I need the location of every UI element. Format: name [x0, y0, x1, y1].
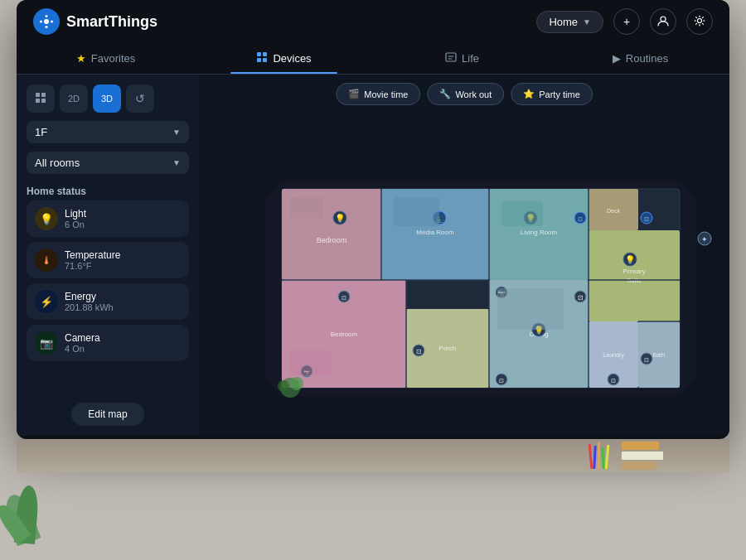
light-status-text: Light 6 On [65, 208, 86, 229]
floor-value: 1F [35, 126, 47, 138]
temp-label: Temperature [65, 249, 120, 261]
energy-value: 201.88 kWh [65, 302, 114, 312]
settings-button[interactable] [686, 8, 713, 35]
sidebar: 2D 3D ↺ 1F ▼ All rooms ▼ [17, 75, 199, 436]
workout-label: Work out [455, 89, 492, 99]
svg-rect-8 [257, 52, 261, 56]
svg-rect-15 [36, 99, 40, 103]
device-pin-gray-6: ⊡ [496, 374, 507, 385]
home-status-section: Home status 💡 Light 6 On 🌡 [27, 182, 189, 361]
svg-point-4 [40, 21, 42, 23]
view-controls: 2D 3D ↺ [27, 84, 189, 113]
add-button[interactable]: + [613, 8, 640, 35]
svg-rect-12 [446, 53, 456, 61]
svg-text:Living Room: Living Room [521, 229, 558, 236]
light-status-icon: 💡 [35, 207, 58, 230]
home-status-title: Home status [27, 182, 189, 200]
floor-selector[interactable]: 1F ▼ [27, 121, 189, 143]
top-bar: SmartThings Home ▼ + [17, 0, 729, 43]
device-pin-4: 💡 [623, 253, 637, 266]
app-name: SmartThings [66, 13, 157, 31]
pencil-5 [605, 445, 610, 469]
svg-point-6 [661, 17, 666, 22]
svg-text:Deck: Deck [607, 208, 620, 214]
svg-point-1 [44, 19, 49, 24]
view-2d-button[interactable]: 2D [60, 84, 88, 113]
grid-view-button[interactable] [27, 84, 55, 113]
svg-text:⊡: ⊡ [578, 294, 584, 302]
add-icon: + [623, 15, 630, 28]
edit-map-button[interactable]: Edit map [71, 403, 143, 426]
view-3d-button[interactable]: 3D [93, 84, 121, 113]
status-items: 💡 Light 6 On 🌡 Temperature 71.6°F [27, 200, 189, 361]
camera-status-text: Camera 4 On [65, 332, 100, 354]
temp-status-text: Temperature 71.6°F [65, 249, 120, 271]
tab-life[interactable]: Life [373, 43, 551, 74]
history-icon: ↺ [135, 92, 145, 105]
tv-frame: SmartThings Home ▼ + [17, 0, 729, 439]
routines-label: Routines [626, 52, 668, 65]
floor-dropdown-icon: ▼ [172, 128, 181, 137]
device-pin-blue-3: ⊡ [641, 212, 652, 224]
status-item-light[interactable]: 💡 Light 6 On [27, 200, 189, 237]
history-button[interactable]: ↺ [126, 84, 154, 113]
svg-text:Bedroom: Bedroom [317, 236, 347, 244]
tab-favorites[interactable]: ★ Favorites [17, 43, 195, 74]
svg-text:⊡: ⊡ [416, 348, 422, 355]
temp-status-icon: 🌡 [35, 249, 58, 272]
svg-point-7 [698, 18, 702, 22]
home-selector[interactable]: Home ▼ [536, 11, 603, 33]
svg-text:Laundry: Laundry [603, 352, 624, 359]
svg-point-87 [290, 377, 303, 390]
favorites-label: Favorites [91, 52, 135, 65]
room-dropdown-icon: ▼ [172, 158, 181, 167]
svg-text:Primary: Primary [622, 268, 646, 275]
svg-text:⊡: ⊡ [342, 295, 346, 301]
svg-point-5 [51, 21, 53, 23]
room-selector[interactable]: All rooms ▼ [27, 152, 189, 174]
camera-label: Camera [65, 332, 100, 344]
status-item-temperature[interactable]: 🌡 Temperature 71.6°F [27, 242, 189, 278]
scene-party-button[interactable]: ⭐ Party time [511, 83, 593, 105]
device-pin-gray-4: ⊡ [641, 353, 652, 364]
svg-rect-16 [41, 99, 46, 103]
home-label: Home [549, 16, 578, 28]
device-pin-gray-3: ⊡ [413, 345, 424, 356]
svg-rect-11 [263, 58, 267, 62]
pencil-2 [593, 446, 596, 469]
camera-value: 4 On [65, 344, 100, 354]
device-pin-gray-5: ⊡ [608, 374, 619, 385]
status-item-energy[interactable]: ⚡ Energy 201.88 kWh [27, 283, 189, 320]
floor-plan-svg: Bedroom Media Room Living Room Deck [199, 75, 729, 436]
workout-icon: 🔧 [439, 89, 451, 99]
life-icon [445, 51, 457, 65]
party-icon: ⭐ [523, 89, 535, 99]
tab-devices[interactable]: Devices [195, 43, 373, 74]
svg-rect-84 [497, 288, 564, 330]
book-1 [622, 442, 659, 450]
book-stack [622, 442, 663, 470]
tv-shelf [17, 439, 729, 472]
logo-area: SmartThings [33, 8, 157, 35]
temp-value: 71.6°F [65, 261, 120, 271]
home-dropdown-icon: ▼ [583, 17, 591, 27]
svg-text:⊡: ⊡ [611, 378, 616, 384]
svg-text:⊡: ⊡ [578, 216, 583, 222]
floor-plan: Bedroom Media Room Living Room Deck [199, 75, 729, 436]
scene-workout-button[interactable]: 🔧 Work out [427, 83, 504, 105]
svg-rect-28 [589, 230, 680, 321]
svg-text:⊡: ⊡ [499, 378, 504, 384]
book-2 [622, 451, 663, 460]
device-pin-gray-8: ⊡ [338, 291, 350, 302]
profile-button[interactable] [650, 8, 676, 35]
party-label: Party time [539, 89, 580, 99]
svg-rect-14 [41, 93, 46, 97]
status-item-camera[interactable]: 📷 Camera 4 On [27, 325, 189, 361]
svg-text:Bath: Bath [653, 352, 666, 358]
svg-text:⊡: ⊡ [644, 216, 649, 222]
device-pin-1: 💡 [333, 211, 346, 224]
tab-routines[interactable]: ▶ Routines [551, 43, 729, 74]
svg-text:💡: 💡 [335, 213, 346, 224]
scene-movie-button[interactable]: 🎬 Movie time [336, 83, 420, 105]
svg-point-3 [46, 26, 48, 28]
